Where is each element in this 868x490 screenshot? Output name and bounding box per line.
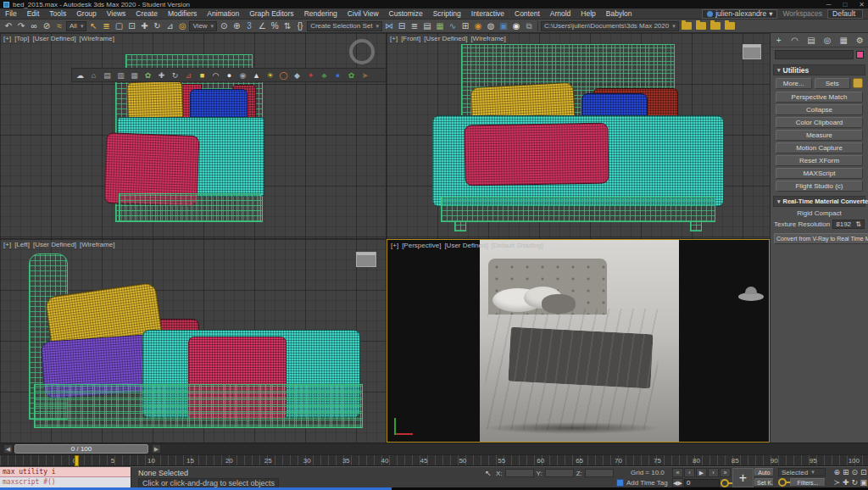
- utility-button[interactable]: Flight Studio (c): [776, 181, 863, 192]
- spinner-icon[interactable]: ⇅: [855, 220, 861, 228]
- viewport-label-part[interactable]: [+]: [3, 35, 11, 42]
- card-icon[interactable]: ▥: [114, 70, 127, 81]
- maxscript-mini-listener[interactable]: max utility i maxscript #(): [0, 467, 131, 488]
- menu-item[interactable]: Views: [102, 9, 131, 18]
- bed-frame-wire-front[interactable]: [441, 197, 715, 222]
- panel-icon[interactable]: ▤: [101, 70, 114, 81]
- utilities-rollout-header[interactable]: ▾ Utilities: [773, 64, 865, 75]
- redo-icon[interactable]: ↷: [15, 20, 27, 32]
- pan-icon[interactable]: ✚: [842, 477, 851, 487]
- utility-button[interactable]: Measure: [776, 130, 863, 141]
- viewport-label-part[interactable]: [Front]: [401, 35, 420, 42]
- texture-resolution-dropdown[interactable]: 8192 ⇅: [832, 220, 865, 229]
- viewcube-icon[interactable]: [738, 292, 764, 301]
- key-icon[interactable]: [721, 479, 729, 487]
- add-time-tag[interactable]: Add Time Tag: [616, 479, 668, 487]
- track-bar[interactable]: 0510152025303540455055606570758085909510…: [0, 454, 868, 466]
- viewport-label-part[interactable]: [Perspective]: [402, 242, 441, 249]
- monitor-icon[interactable]: ▦: [128, 70, 141, 81]
- viewport-label-part[interactable]: [Default Shading]: [492, 242, 543, 249]
- menu-item[interactable]: Help: [576, 9, 600, 18]
- menu-item[interactable]: Create: [131, 9, 163, 18]
- select-and-link-icon[interactable]: ∞: [28, 20, 40, 32]
- time-slider-handle[interactable]: 0 / 100: [14, 444, 148, 454]
- viewport-label-part[interactable]: [User Defined]: [424, 35, 467, 42]
- filters-button[interactable]: Filters...: [790, 478, 826, 487]
- gem-icon[interactable]: ◆: [291, 70, 303, 81]
- viewcube-icon[interactable]: [356, 252, 376, 267]
- sets-button[interactable]: Sets: [815, 78, 851, 89]
- user-account-menu[interactable]: julien-alexandre ▾: [702, 9, 777, 19]
- snaps-toggle-3d-icon[interactable]: 3: [243, 20, 255, 32]
- z-coordinate-field[interactable]: [585, 469, 614, 477]
- tab-display[interactable]: ▦: [837, 34, 850, 46]
- leaf-icon[interactable]: ✿: [345, 70, 358, 81]
- close-button[interactable]: ✕: [859, 1, 865, 8]
- menu-item[interactable]: Graph Editors: [244, 9, 298, 18]
- select-and-move-icon[interactable]: ✚: [138, 20, 150, 32]
- tree-icon[interactable]: ♣: [318, 70, 331, 81]
- orbit-icon[interactable]: ↻: [850, 477, 860, 487]
- select-and-place-icon[interactable]: ◎: [176, 20, 188, 32]
- set-key-button[interactable]: Set K...: [754, 478, 774, 487]
- rectangular-selection-region-icon[interactable]: ▢: [113, 20, 125, 32]
- viewport-label-part[interactable]: [Wireframe]: [80, 241, 114, 248]
- time-configuration-button[interactable]: +: [732, 468, 754, 487]
- sphere-primitive-icon[interactable]: ●: [223, 70, 236, 81]
- import-folder-icon[interactable]: [710, 22, 721, 30]
- plant-icon[interactable]: ✿: [142, 70, 154, 81]
- zoom-all-icon[interactable]: ⊞: [842, 467, 851, 477]
- more-button[interactable]: More...: [776, 78, 812, 89]
- menu-item[interactable]: Group: [71, 9, 102, 18]
- viewport-label-part[interactable]: [+]: [3, 241, 11, 248]
- bed-leg-wire-front[interactable]: [454, 221, 466, 231]
- previous-frame-button[interactable]: ‹: [684, 468, 695, 477]
- selection-lock-icon[interactable]: ↖: [485, 469, 492, 477]
- viewport-left[interactable]: [+][Left][User Defined][Wireframe]: [0, 239, 386, 443]
- bed-footboard-wire-top[interactable]: [119, 193, 261, 222]
- select-and-scale-icon[interactable]: ⊿: [164, 20, 175, 32]
- reference-coordinate-dropdown[interactable]: View▾: [189, 21, 217, 31]
- schematic-view-icon[interactable]: ⊞: [459, 20, 471, 32]
- window-crossing-icon[interactable]: ⊡: [125, 20, 137, 32]
- tab-modify[interactable]: ◠: [788, 34, 801, 46]
- render-production-icon[interactable]: ◉: [510, 20, 522, 32]
- key-selected-dropdown[interactable]: Selected▾: [778, 468, 826, 476]
- fov-icon[interactable]: ≻: [832, 477, 842, 487]
- viewport-label-part[interactable]: [+]: [391, 242, 398, 249]
- light-icon[interactable]: ☀: [264, 70, 276, 81]
- key-filters-icon[interactable]: [778, 478, 787, 487]
- percent-snap-icon[interactable]: %: [269, 20, 281, 32]
- teapot-icon[interactable]: [853, 78, 863, 88]
- scene-explorer-icon[interactable]: ≣: [409, 20, 420, 32]
- yellow-pillow-wire-top[interactable]: [126, 81, 184, 122]
- named-selection-sets-dropdown[interactable]: Create Selection Set▾: [307, 21, 382, 31]
- menu-item[interactable]: Edit: [22, 9, 45, 18]
- viewport-label-part[interactable]: [+]: [390, 35, 398, 42]
- utility-button[interactable]: MAXScript: [776, 168, 863, 179]
- selection-filter-dropdown[interactable]: All▾: [66, 21, 86, 31]
- viewcube-icon[interactable]: [349, 39, 375, 64]
- utility-button[interactable]: Perspective Match: [776, 92, 863, 103]
- eye-icon[interactable]: ◉: [236, 70, 249, 81]
- align-icon[interactable]: ⊟: [396, 20, 408, 32]
- edit-named-selection-sets-icon[interactable]: {}: [294, 20, 306, 32]
- select-and-rotate-icon[interactable]: ↻: [151, 20, 163, 32]
- export-folder-icon[interactable]: [725, 22, 735, 30]
- go-to-start-button[interactable]: «: [672, 468, 683, 477]
- menu-item[interactable]: Civil View: [342, 9, 384, 18]
- dark-throw-shaded[interactable]: [508, 327, 653, 389]
- spinner-snap-icon[interactable]: ⇅: [281, 20, 293, 32]
- shaded-bed-render[interactable]: [480, 240, 679, 442]
- convert-materials-button[interactable]: Convert from V-Ray to Real Time Material…: [774, 233, 868, 244]
- torus-primitive-icon[interactable]: ◯: [277, 70, 290, 81]
- tab-utilities[interactable]: ⚙: [854, 34, 866, 46]
- viewport-label-part[interactable]: [User Defined]: [444, 242, 487, 249]
- current-frame-field[interactable]: [684, 479, 720, 487]
- x-coordinate-field[interactable]: [505, 469, 534, 477]
- utility-button[interactable]: Reset XForm: [776, 155, 863, 166]
- viewport-perspective[interactable]: [+][Perspective][User Defined][Default S…: [387, 239, 770, 443]
- gray-pillow-shaded[interactable]: [542, 294, 576, 314]
- rtmc-rollout-header[interactable]: ▾ Real-Time Material Converter: [773, 196, 865, 207]
- bed-frame-wire-left[interactable]: [34, 384, 363, 428]
